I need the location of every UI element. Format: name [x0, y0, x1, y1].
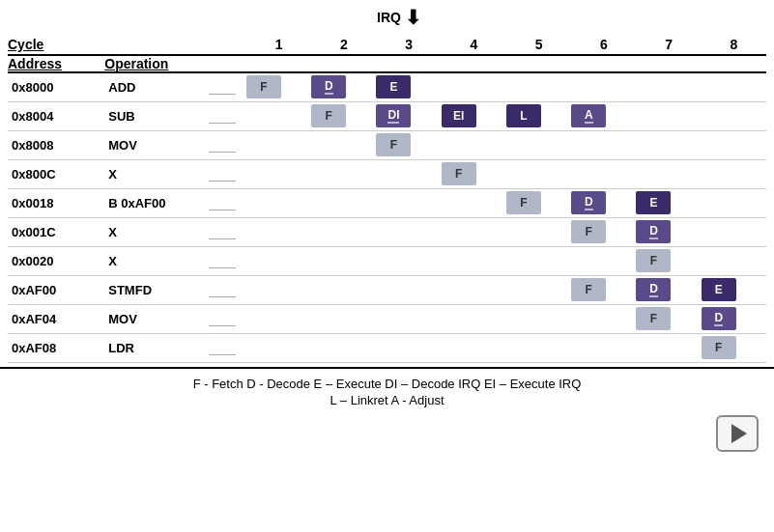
- table-row: 0xAF08LDRF: [8, 333, 766, 362]
- row-gap: [209, 246, 246, 275]
- row-address: 0x0018: [8, 188, 104, 217]
- irq-arrow: ⬇: [405, 6, 421, 29]
- row-operation: B 0xAF00: [104, 188, 209, 217]
- header-row: Cycle 1 2 3 4 5 6 7 8: [8, 37, 766, 55]
- stage-cell: [376, 246, 441, 275]
- stage-cell: [311, 304, 376, 333]
- stage-cell: F: [246, 72, 311, 101]
- play-button-wrapper: [0, 415, 774, 452]
- stage-cell: [442, 304, 506, 333]
- row-gap: [209, 275, 246, 304]
- stage-cell: DI: [376, 101, 441, 130]
- stage-cell: [442, 217, 506, 246]
- row-operation: ADD: [104, 72, 209, 101]
- stage-cell: F: [311, 101, 376, 130]
- row-address: 0x8008: [8, 130, 104, 159]
- stage-cell: [246, 304, 311, 333]
- table-row: 0x8004SUBFDIEILA: [8, 101, 766, 130]
- gap-header: [209, 37, 246, 55]
- row-gap: [209, 159, 246, 188]
- row-address: 0x0020: [8, 246, 104, 275]
- table-row: 0xAF04MOVFD: [8, 304, 766, 333]
- cycle-8: 8: [702, 37, 766, 55]
- stage-cell: L: [506, 101, 571, 130]
- stage-cell: [311, 217, 376, 246]
- stage-cell: F: [571, 275, 636, 304]
- stage-cell: [636, 101, 701, 130]
- row-operation: MOV: [104, 130, 209, 159]
- stage-cell: [376, 333, 441, 362]
- stage-cell: [571, 333, 636, 362]
- row-gap: [209, 217, 246, 246]
- table-row: 0x0018B 0xAF00FDE: [8, 188, 766, 217]
- stage-cell: [376, 159, 441, 188]
- row-address: 0xAF00: [8, 275, 104, 304]
- stage-cell: [571, 130, 636, 159]
- pipeline-table: Cycle 1 2 3 4 5 6 7 8 Address Operation: [8, 37, 766, 363]
- stage-cell: [246, 159, 311, 188]
- stage-cell: D: [636, 217, 701, 246]
- stage-cell: [636, 333, 701, 362]
- stage-cell: F: [636, 304, 701, 333]
- stage-cell: [636, 72, 701, 101]
- table-row: 0x8000ADDFDE: [8, 72, 766, 101]
- row-address: 0x8004: [8, 101, 104, 130]
- stage-cell: [442, 188, 506, 217]
- stage-cell: E: [702, 275, 766, 304]
- stage-cell: [246, 275, 311, 304]
- address-header: Address: [8, 55, 104, 72]
- stage-cell: [702, 130, 766, 159]
- stage-cell: [311, 130, 376, 159]
- stage-cell: [571, 304, 636, 333]
- table-row: 0x8008MOVF: [8, 130, 766, 159]
- row-operation: X: [104, 159, 209, 188]
- play-button[interactable]: [716, 415, 759, 452]
- stage-cell: [442, 333, 506, 362]
- stage-cell: F: [442, 159, 506, 188]
- stage-cell: [442, 246, 506, 275]
- stage-cell: [246, 130, 311, 159]
- stage-cell: [442, 72, 506, 101]
- stage-cell: [702, 101, 766, 130]
- stage-cell: [376, 304, 441, 333]
- table-row: 0x0020XF: [8, 246, 766, 275]
- header-spacer: [209, 55, 766, 72]
- stage-cell: [376, 188, 441, 217]
- stage-cell: A: [571, 101, 636, 130]
- stage-cell: [506, 304, 571, 333]
- cycle-5: 5: [506, 37, 571, 55]
- legend-line2: L – Linkret A - Adjust: [10, 393, 764, 407]
- addr-op-header-row: Address Operation: [8, 55, 766, 72]
- row-address: 0x8000: [8, 72, 104, 101]
- row-gap: [209, 188, 246, 217]
- stage-cell: [246, 188, 311, 217]
- stage-cell: D: [311, 72, 376, 101]
- row-gap: [209, 304, 246, 333]
- row-operation: STMFD: [104, 275, 209, 304]
- stage-cell: F: [702, 333, 766, 362]
- cycle-7: 7: [636, 37, 701, 55]
- operation-header: Operation: [104, 55, 209, 72]
- stage-cell: [506, 159, 571, 188]
- row-operation: MOV: [104, 304, 209, 333]
- stage-cell: [311, 188, 376, 217]
- stage-cell: [506, 246, 571, 275]
- stage-cell: E: [376, 72, 441, 101]
- stage-cell: [702, 72, 766, 101]
- stage-cell: [506, 275, 571, 304]
- stage-cell: [246, 101, 311, 130]
- row-gap: [209, 101, 246, 130]
- row-address: 0x001C: [8, 217, 104, 246]
- row-address: 0x800C: [8, 159, 104, 188]
- stage-cell: [571, 72, 636, 101]
- table-row: 0x800CXF: [8, 159, 766, 188]
- row-address: 0xAF04: [8, 304, 104, 333]
- row-gap: [209, 130, 246, 159]
- stage-cell: [506, 130, 571, 159]
- stage-cell: [506, 217, 571, 246]
- stage-cell: [311, 333, 376, 362]
- op-header-spacer: [104, 37, 209, 55]
- irq-area: IRQ ⬇: [0, 0, 774, 37]
- cycle-label: Cycle: [8, 37, 104, 55]
- stage-cell: [246, 217, 311, 246]
